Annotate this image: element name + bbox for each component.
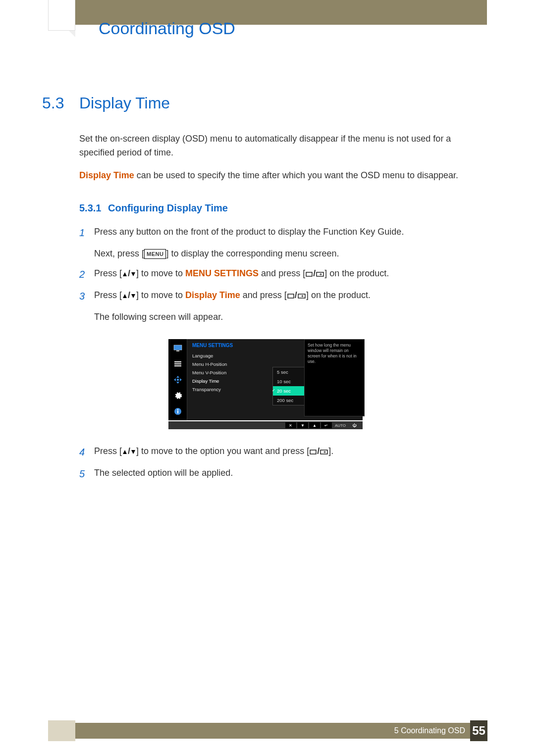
source-icon — [298, 294, 306, 299]
section-number: 5.3 — [42, 94, 79, 112]
svg-rect-12 — [174, 365, 181, 366]
svg-marker-14 — [176, 382, 179, 384]
svg-rect-23 — [310, 450, 316, 454]
osd-bottom-bar: ✕ ▼ ▲ ↵ AUTO ⏻ — [168, 421, 363, 429]
step-body: Press [/] to move to Display Time and pr… — [94, 288, 488, 304]
step-4: 4 Press [/] to move to the option you wa… — [79, 444, 488, 460]
osd-help-panel: Set how long the menu window will remain… — [304, 339, 365, 416]
monitor-icon — [172, 342, 184, 354]
triangle-down-icon — [131, 294, 136, 299]
step-1: 1 Press any button on the front of the p… — [79, 225, 488, 241]
svg-rect-20 — [177, 409, 178, 410]
step-number: 3 — [79, 288, 94, 304]
svg-marker-1 — [131, 272, 135, 276]
step-body: Press any button on the front of the pro… — [94, 225, 488, 241]
svg-marker-15 — [174, 378, 176, 381]
menu-settings-label: MENU SETTINGS — [185, 268, 259, 278]
step-3-continuation: The following screen will appear. — [94, 310, 488, 324]
step-body: Press [/] to move to the option you want… — [94, 444, 488, 460]
osd-sidebar — [168, 339, 187, 420]
intro-highlight-paragraph: Display Time can be used to specify the … — [79, 169, 488, 183]
svg-rect-9 — [176, 351, 179, 352]
osd-screenshot: MENU SETTINGS LanguageEnglish Menu H-Pos… — [168, 339, 367, 429]
svg-marker-0 — [123, 272, 127, 276]
svg-rect-8 — [174, 345, 182, 350]
menu-button-label: MENU — [144, 249, 166, 259]
svg-rect-11 — [174, 363, 181, 364]
enter-icon: ↵ — [321, 422, 332, 428]
list-icon — [172, 358, 184, 370]
source-icon — [316, 272, 324, 277]
step-3: 3 Press [/] to move to Display Time and … — [79, 288, 488, 304]
step-body: Press [/] to move to MENU SETTINGS and p… — [94, 266, 488, 282]
gear-icon — [172, 390, 184, 402]
footer-text: 5 Coordinating OSD — [394, 726, 465, 735]
step-2: 2 Press [/] to move to MENU SETTINGS and… — [79, 266, 488, 282]
step-5: 5 The selected option will be applied. — [79, 466, 488, 482]
svg-marker-4 — [123, 294, 127, 298]
step-number: 4 — [79, 444, 94, 460]
triangle-up-icon — [122, 272, 127, 277]
svg-rect-2 — [306, 272, 312, 276]
footer-bar: 5 Coordinating OSD — [75, 723, 470, 739]
svg-marker-22 — [131, 450, 135, 454]
step-1-continuation: Next, press [MENU] to display the corres… — [94, 247, 488, 261]
footer-left-strip — [48, 720, 75, 741]
subsection-number: 5.3.1 — [79, 202, 108, 214]
info-icon — [172, 405, 184, 417]
display-time-label: Display Time — [185, 290, 240, 300]
svg-rect-17 — [177, 379, 179, 381]
svg-rect-6 — [288, 294, 294, 298]
triangle-down-icon — [131, 272, 136, 277]
auto-label: AUTO — [333, 423, 348, 428]
triangle-up-icon — [122, 450, 127, 454]
move-icon — [172, 374, 184, 386]
subsection-title: Configuring Display Time — [108, 202, 228, 214]
page-number: 55 — [470, 720, 487, 741]
triangle-down-icon — [131, 450, 136, 454]
close-icon: ✕ — [285, 422, 296, 428]
svg-marker-5 — [131, 294, 135, 298]
svg-rect-10 — [174, 361, 181, 362]
triangle-up-icon: ▲ — [309, 422, 320, 428]
screen-icon — [310, 450, 317, 454]
svg-marker-13 — [176, 376, 179, 378]
step-number: 5 — [79, 466, 94, 482]
screen-icon — [287, 294, 294, 299]
page-content: 5.3 Display Time Set the on-screen displ… — [42, 94, 488, 488]
screen-icon — [306, 272, 313, 277]
section-title: Display Time — [79, 94, 170, 112]
chapter-tab — [48, 0, 75, 31]
svg-marker-16 — [180, 378, 182, 381]
step-body: The selected option will be applied. — [94, 466, 488, 482]
chapter-title: Coordinating OSD — [99, 19, 235, 38]
source-icon — [320, 450, 328, 454]
intro-paragraph: Set the on-screen display (OSD) menu to … — [79, 132, 488, 160]
intro-highlight: Display Time — [79, 170, 134, 180]
step-number: 2 — [79, 266, 94, 282]
svg-marker-21 — [123, 450, 127, 454]
triangle-up-icon — [122, 294, 127, 299]
triangle-down-icon: ▼ — [297, 422, 308, 428]
svg-rect-19 — [177, 410, 178, 413]
power-icon: ⏻ — [349, 422, 360, 428]
step-number: 1 — [79, 225, 94, 241]
